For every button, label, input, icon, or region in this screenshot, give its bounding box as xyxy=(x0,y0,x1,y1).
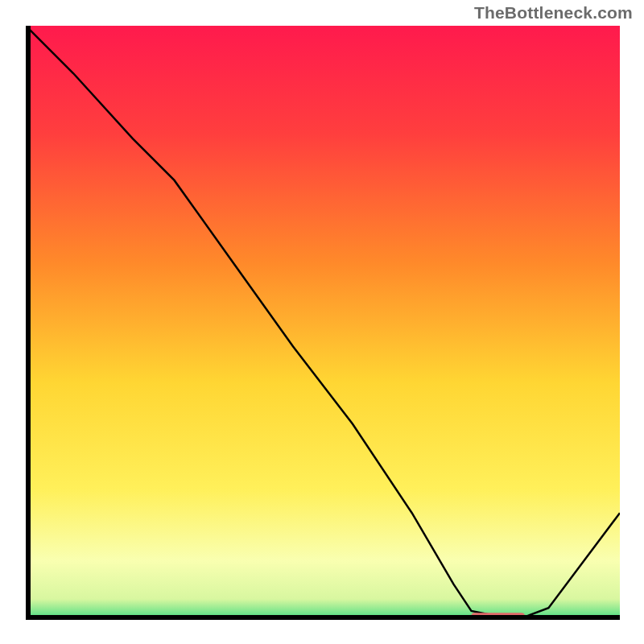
x-axis xyxy=(26,615,620,620)
plot-background xyxy=(26,26,620,620)
y-axis xyxy=(26,26,31,620)
watermark-label: TheBottleneck.com xyxy=(474,3,633,23)
chart-container xyxy=(26,26,620,620)
svg-rect-0 xyxy=(26,26,620,620)
